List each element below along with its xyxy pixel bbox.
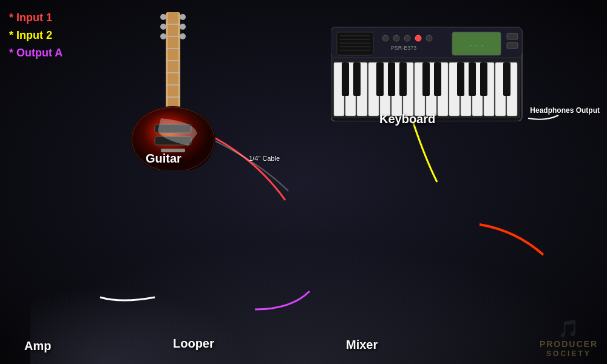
legend-outputA: * Output A: [9, 44, 63, 62]
svg-rect-57: [376, 62, 384, 96]
svg-point-11: [160, 33, 166, 39]
svg-point-10: [160, 24, 166, 30]
svg-rect-65: [503, 62, 510, 96]
svg-rect-60: [422, 62, 430, 96]
watermark: 🎵 PRODUCER SOCIETY: [540, 318, 598, 358]
svg-point-33: [393, 35, 399, 41]
svg-point-34: [404, 35, 410, 41]
svg-point-13: [180, 24, 186, 30]
svg-rect-61: [434, 62, 441, 96]
mixer-label-main: Mixer: [346, 338, 378, 352]
svg-rect-25: [507, 42, 518, 49]
amp-label: Amp: [24, 339, 51, 353]
legend: * Input 1 * Input 2 * Output A: [9, 9, 63, 61]
svg-rect-62: [457, 62, 464, 96]
looper-label: Looper: [173, 337, 214, 351]
headphones-output-label: Headphones Output: [530, 106, 600, 115]
keyboard: - - - PSR-E373: [331, 15, 525, 121]
legend-input1: * Input 1: [9, 9, 63, 27]
svg-text:- - -: - - -: [469, 42, 484, 48]
legend-input2: * Input 2: [9, 27, 63, 44]
svg-rect-64: [480, 62, 487, 96]
guitar-label: Guitar: [146, 152, 181, 166]
svg-rect-55: [342, 62, 349, 96]
svg-rect-56: [353, 62, 361, 96]
svg-rect-24: [507, 33, 518, 39]
svg-rect-58: [388, 62, 395, 96]
svg-point-35: [415, 35, 421, 41]
svg-point-36: [426, 35, 432, 41]
svg-point-12: [180, 14, 186, 20]
guitar: [100, 12, 246, 170]
svg-text:PSR-E373: PSR-E373: [391, 45, 417, 51]
cable-label: 1/4" Cable: [249, 155, 280, 162]
svg-point-14: [180, 33, 186, 39]
svg-point-9: [160, 14, 166, 20]
svg-rect-63: [469, 62, 476, 96]
svg-rect-59: [399, 62, 407, 96]
keyboard-label: Keyboard: [379, 112, 435, 126]
svg-point-32: [382, 35, 388, 41]
